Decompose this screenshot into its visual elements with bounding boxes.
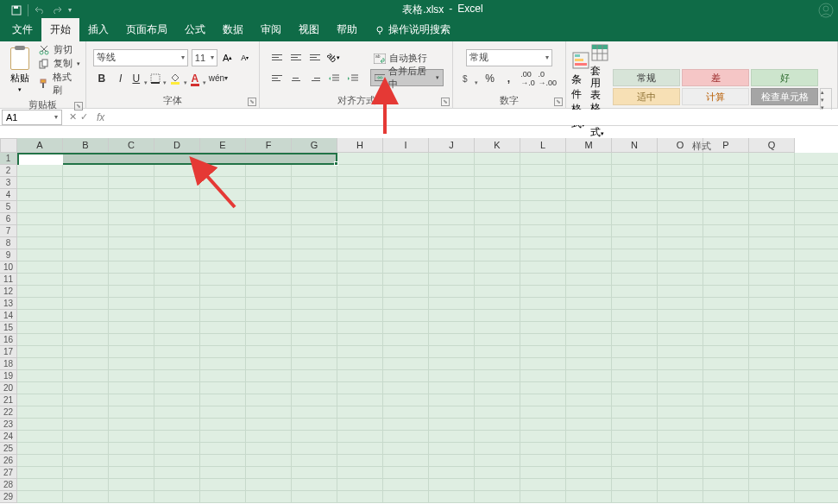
tab-data[interactable]: 数据	[214, 18, 252, 41]
formula-input[interactable]	[108, 110, 838, 125]
copy-button[interactable]: 复制▾	[39, 57, 80, 70]
format-painter-button[interactable]: 格式刷	[39, 71, 80, 97]
row-header[interactable]: 19	[0, 370, 17, 382]
row-header[interactable]: 5	[0, 201, 17, 213]
tab-view[interactable]: 视图	[290, 18, 328, 41]
row-header[interactable]: 17	[0, 346, 17, 358]
decrease-indent-button[interactable]	[325, 70, 343, 87]
increase-decimal-button[interactable]: .00→.0	[519, 70, 536, 87]
row-header[interactable]: 9	[0, 249, 17, 261]
bold-button[interactable]: B	[93, 70, 110, 87]
align-left-button[interactable]	[268, 70, 286, 87]
column-header[interactable]: K	[475, 138, 520, 153]
row-header[interactable]: 13	[0, 298, 17, 310]
tab-file[interactable]: 文件	[3, 18, 41, 41]
tab-pagelayout[interactable]: 页面布局	[117, 18, 176, 41]
row-header[interactable]: 16	[0, 334, 17, 346]
tab-formulas[interactable]: 公式	[176, 18, 214, 41]
column-header[interactable]: D	[154, 138, 200, 153]
style-normal[interactable]: 常规	[613, 69, 680, 86]
phonetic-button[interactable]: wén▾	[209, 70, 228, 87]
paste-button[interactable]: 粘贴 ▾	[5, 47, 35, 93]
row-header[interactable]: 24	[0, 431, 17, 443]
row-header[interactable]: 18	[0, 358, 17, 370]
row-header[interactable]: 29	[0, 491, 17, 503]
accounting-format-button[interactable]: $	[462, 70, 479, 87]
row-header[interactable]: 11	[0, 274, 17, 286]
row-header[interactable]: 14	[0, 310, 17, 322]
row-header[interactable]: 26	[0, 455, 17, 467]
row-header[interactable]: 4	[0, 189, 17, 201]
decrease-decimal-button[interactable]: .0→.00	[538, 70, 557, 87]
row-header[interactable]: 12	[0, 286, 17, 298]
style-calc[interactable]: 计算	[682, 88, 749, 105]
percent-button[interactable]: %	[481, 70, 498, 87]
row-header[interactable]: 1	[0, 153, 17, 165]
row-header[interactable]: 10	[0, 261, 17, 274]
align-bottom-button[interactable]	[306, 49, 324, 66]
tab-help[interactable]: 帮助	[328, 18, 366, 41]
row-header[interactable]: 25	[0, 443, 17, 455]
font-size-combo[interactable]: 11▾	[192, 49, 217, 66]
column-header[interactable]: G	[292, 138, 337, 153]
row-header[interactable]: 7	[0, 225, 17, 237]
align-right-button[interactable]	[306, 70, 324, 87]
orientation-button[interactable]: ab▾	[325, 49, 343, 66]
fill-color-button[interactable]	[169, 70, 188, 87]
column-header[interactable]: A	[17, 138, 63, 153]
row-header[interactable]: 2	[0, 165, 17, 177]
row-header[interactable]: 21	[0, 394, 17, 406]
increase-indent-button[interactable]	[344, 70, 362, 87]
align-top-button[interactable]	[268, 49, 286, 66]
style-neutral[interactable]: 适中	[613, 88, 680, 105]
style-good[interactable]: 好	[751, 69, 818, 86]
row-header[interactable]: 20	[0, 382, 17, 394]
enter-formula-icon[interactable]: ✓	[80, 111, 88, 123]
font-color-button[interactable]: A	[190, 70, 207, 87]
tab-review[interactable]: 审阅	[252, 18, 290, 41]
column-header[interactable]: F	[246, 138, 292, 153]
row-header[interactable]: 15	[0, 322, 17, 334]
redo-icon[interactable]	[51, 4, 63, 16]
row-header[interactable]: 3	[0, 177, 17, 189]
cancel-formula-icon[interactable]: ✕	[69, 111, 77, 123]
account-icon[interactable]	[814, 0, 838, 20]
column-header[interactable]: H	[337, 138, 383, 153]
italic-button[interactable]: I	[112, 70, 129, 87]
row-header[interactable]: 28	[0, 479, 17, 491]
row-header[interactable]: 22	[0, 406, 17, 419]
column-header[interactable]: L	[520, 138, 566, 153]
style-check[interactable]: 检查单元格	[751, 88, 818, 105]
borders-button[interactable]	[150, 70, 167, 87]
undo-icon[interactable]	[34, 4, 46, 16]
font-name-combo[interactable]: 等线▾	[93, 49, 188, 66]
tab-insert[interactable]: 插入	[79, 18, 117, 41]
number-format-combo[interactable]: 常规▾	[466, 49, 552, 66]
cell-styles-gallery[interactable]: 常规 差 好 适中 计算 检查单元格 ▴▾▾	[613, 69, 832, 112]
fill-handle[interactable]	[334, 161, 338, 166]
column-header[interactable]: B	[63, 138, 109, 153]
style-bad[interactable]: 差	[682, 69, 749, 86]
column-header[interactable]: J	[429, 138, 475, 153]
clipboard-dialog-launcher[interactable]: ⬊	[74, 102, 83, 110]
number-dialog-launcher[interactable]: ⬊	[554, 98, 563, 106]
row-header[interactable]: 6	[0, 213, 17, 225]
select-all-corner[interactable]	[0, 138, 17, 153]
cell-selection[interactable]	[17, 153, 337, 165]
merge-center-button[interactable]: 合并后居中 ▾	[370, 69, 444, 86]
align-center-button[interactable]	[287, 70, 305, 87]
row-header[interactable]: 27	[0, 467, 17, 479]
underline-button[interactable]: U	[131, 70, 148, 87]
fx-icon[interactable]: fx	[93, 111, 108, 123]
font-dialog-launcher[interactable]: ⬊	[248, 98, 256, 106]
increase-font-button[interactable]: A▴	[221, 50, 235, 66]
column-header[interactable]: I	[383, 138, 429, 153]
row-header[interactable]: 8	[0, 237, 17, 249]
alignment-dialog-launcher[interactable]: ⬊	[441, 98, 450, 106]
active-cell[interactable]	[19, 154, 63, 165]
tell-me-search[interactable]: 操作说明搜索	[366, 18, 459, 41]
row-header[interactable]: 23	[0, 419, 17, 431]
save-icon[interactable]	[10, 4, 22, 16]
cut-button[interactable]: 剪切	[39, 43, 80, 56]
decrease-font-button[interactable]: A▾	[238, 50, 252, 66]
